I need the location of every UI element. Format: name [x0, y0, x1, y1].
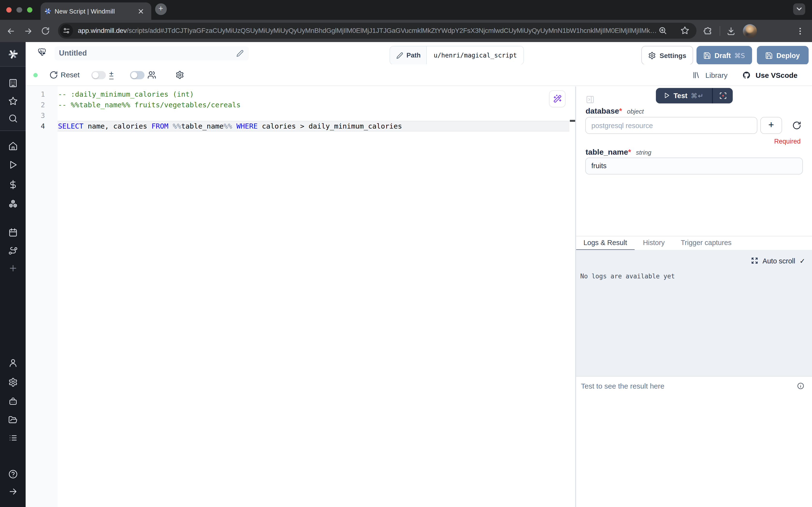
capture-test-button[interactable] — [713, 88, 733, 103]
reload-button[interactable] — [41, 26, 50, 35]
autoscroll-control[interactable]: Auto scroll ✓ — [751, 257, 805, 265]
edit-title-pencil-icon[interactable] — [236, 50, 244, 57]
browser-urlbar: app.windmill.dev/scripts/add#JTdCJTIyaGF… — [0, 20, 812, 42]
sidebar-item-favorites-star-icon[interactable] — [8, 96, 18, 106]
deploy-button[interactable]: Deploy — [757, 46, 808, 65]
sidebar-item-flows-route-icon[interactable] — [8, 246, 18, 256]
reset-label[interactable]: Reset — [61, 70, 79, 79]
gear-icon — [648, 52, 656, 59]
deploy-label: Deploy — [776, 52, 800, 59]
reset-icon[interactable] — [49, 70, 58, 79]
zoom-icon[interactable] — [658, 26, 667, 35]
script-header: Untitled Path u/henri/magical_script — [25, 42, 812, 64]
sidebar-item-variables-dollar-icon[interactable] — [8, 180, 18, 189]
tab-logs-result[interactable]: Logs & Result — [576, 236, 634, 250]
use-vscode-button[interactable]: Use VScode — [743, 71, 798, 79]
users-icon — [148, 70, 156, 79]
app-sidebar — [0, 42, 25, 507]
library-button[interactable]: Library — [692, 71, 728, 79]
vscode-label: Use VScode — [756, 71, 798, 79]
draft-shortcut: ⌘S — [734, 52, 745, 59]
sidebar-item-workers-bot-icon[interactable] — [8, 396, 18, 406]
overview-ruler-cursor — [570, 120, 576, 122]
tab-search-button[interactable] — [793, 3, 805, 15]
path-widget[interactable]: Path u/henri/magical_script — [390, 46, 524, 65]
new-tab-button[interactable]: + — [155, 3, 167, 15]
code-editor[interactable]: 1-- :daily_minimum_calories (int)2-- %%t… — [25, 86, 575, 507]
app-main: Untitled Path u/henri/magical_script — [25, 42, 812, 507]
sidebar-item-home-icon[interactable] — [8, 141, 18, 151]
scan-icon — [719, 92, 727, 100]
profile-avatar[interactable] — [743, 24, 757, 38]
code-line[interactable]: -- :daily_minimum_calories (int) — [58, 89, 194, 100]
path-label: Path — [406, 52, 421, 59]
sidebar-item-settings-gear-icon[interactable] — [8, 378, 18, 387]
code-line[interactable]: -- %%table_name%% fruits/vegetables/cere… — [58, 100, 241, 110]
result-placeholder: Test to see the result here — [581, 382, 664, 390]
line-number: 1 — [25, 89, 45, 100]
test-label: Test — [674, 92, 688, 100]
ai-assistant-button[interactable] — [549, 91, 566, 107]
sidebar-item-search-icon[interactable] — [8, 114, 18, 123]
windmill-logo[interactable] — [7, 48, 19, 60]
tab-close-icon[interactable] — [137, 8, 144, 15]
traffic-light-minimize[interactable] — [16, 7, 22, 12]
sidebar-item-collapse-arrow-right-icon[interactable] — [8, 487, 18, 496]
field-type: string — [636, 149, 651, 156]
traffic-light-zoom[interactable] — [27, 7, 33, 12]
code-line[interactable]: SELECT name, calories FROM %%table_name%… — [58, 121, 402, 131]
browser-tab[interactable]: New Script | Windmill — [41, 2, 151, 20]
sidebar-item-runs-play-icon[interactable] — [8, 160, 18, 170]
refresh-resources-icon[interactable] — [792, 121, 801, 130]
sidebar-item-add-plus-icon[interactable] — [8, 264, 18, 273]
tune-icon — [63, 27, 70, 34]
panel-tabs: Logs & Result History Trigger captures — [576, 236, 812, 249]
script-title-input[interactable]: Untitled — [55, 46, 249, 60]
play-icon — [664, 93, 670, 99]
plus-minus-icon: ± — [109, 69, 114, 79]
toggle-diff-mode[interactable] — [91, 71, 106, 79]
site-settings-button[interactable] — [60, 24, 73, 37]
draft-button[interactable]: Draft ⌘S — [696, 46, 752, 65]
expand-icon — [751, 258, 758, 264]
browser-menu-dots-icon[interactable] — [796, 26, 805, 36]
bookmark-star-icon[interactable] — [681, 26, 689, 35]
sidebar-item-workspace-building-icon[interactable] — [8, 78, 18, 88]
add-resource-button[interactable]: + — [760, 117, 782, 134]
test-button[interactable]: Test ⌘↵ — [656, 88, 712, 103]
sidebar-item-items-list-icon[interactable] — [8, 433, 18, 443]
script-title: Untitled — [59, 49, 87, 58]
plus-icon: + — [155, 3, 167, 14]
status-dot — [33, 73, 38, 77]
back-button[interactable] — [6, 26, 15, 36]
database-resource-input[interactable]: postgresql resource — [585, 117, 757, 134]
chevron-down-icon — [795, 5, 803, 13]
magic-wand-icon — [553, 94, 562, 103]
sidebar-item-folders-folder-icon[interactable] — [8, 415, 18, 425]
sidebar-item-resources-boxes-icon[interactable] — [8, 199, 18, 209]
sidebar-item-schedules-calendar-icon[interactable] — [8, 228, 18, 237]
sidebar-item-help-question-icon[interactable] — [8, 469, 18, 479]
sidebar-divider — [0, 130, 25, 131]
tab-history[interactable]: History — [634, 236, 673, 250]
table-name-input[interactable]: fruits — [585, 157, 803, 174]
info-icon[interactable] — [797, 382, 804, 390]
traffic-light-close[interactable] — [6, 7, 12, 12]
settings-button[interactable]: Settings — [641, 46, 693, 65]
collapse-panel-icon[interactable] — [586, 95, 594, 104]
draft-label: Draft — [715, 52, 731, 59]
url-address-bar[interactable]: app.windmill.dev/scripts/add#JTdCJTIyaGF… — [58, 23, 696, 39]
editor-settings-gear-icon[interactable] — [175, 70, 184, 79]
field-name: table_name — [586, 148, 628, 156]
extensions-puzzle-icon[interactable] — [703, 26, 712, 36]
download-icon[interactable] — [727, 26, 736, 36]
sidebar-divider — [0, 66, 25, 67]
path-value-section[interactable]: u/henri/magical_script — [427, 46, 524, 64]
right-panel: Test ⌘↵ database*object postgresql res — [576, 86, 812, 507]
forward-button[interactable] — [24, 26, 33, 36]
sidebar-item-user-icon[interactable] — [8, 358, 18, 368]
url-path: /scripts/add#JTdCJTIyaGFzaCUyMiUzQSUyMiU… — [127, 26, 657, 34]
tab-trigger-captures[interactable]: Trigger captures — [673, 236, 739, 250]
toggle-multiplayer[interactable] — [130, 71, 144, 79]
editor-toolbar: Reset ± Library Use V — [25, 64, 812, 86]
